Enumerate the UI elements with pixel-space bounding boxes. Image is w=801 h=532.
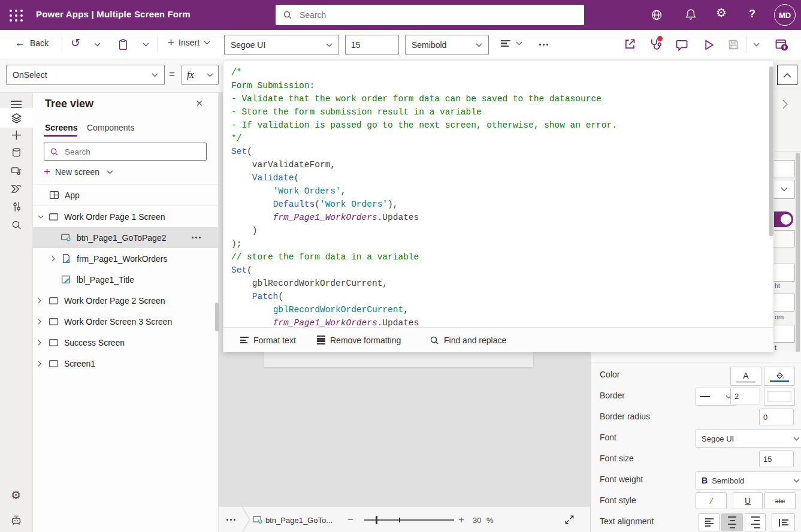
paste-icon[interactable] xyxy=(118,39,128,50)
waffle-menu-icon[interactable] xyxy=(10,10,23,22)
statusbar-more-icon[interactable] xyxy=(226,519,235,521)
insert-button[interactable]: + Insert xyxy=(168,37,210,48)
border-radius-input[interactable] xyxy=(759,409,794,425)
cut-input[interactable] xyxy=(774,264,795,282)
tree-item-screen3[interactable]: Work Order Screen 3 Screen xyxy=(33,311,219,332)
align-right-button[interactable] xyxy=(745,513,766,531)
virtual-agent-icon[interactable] xyxy=(10,514,22,525)
font-size-prop-input[interactable] xyxy=(759,451,794,467)
data-icon[interactable] xyxy=(11,147,22,158)
media-icon[interactable] xyxy=(11,165,22,176)
italic-button[interactable]: / xyxy=(696,492,727,509)
font-family-dropdown[interactable]: Segoe UI xyxy=(224,35,339,55)
close-icon[interactable]: × xyxy=(196,96,203,110)
expand-pane-chevron-icon[interactable] xyxy=(782,99,788,109)
tree-search-input[interactable] xyxy=(64,147,198,157)
environment-icon[interactable] xyxy=(650,8,663,22)
tree-item-form[interactable]: frm_Page1_WorkOrders xyxy=(33,248,219,269)
font-color-button[interactable]: A xyxy=(730,367,761,386)
font-weight-dropdown[interactable]: Semibold xyxy=(405,35,489,55)
cut-toggle-on[interactable] xyxy=(774,211,793,227)
app-checker-icon[interactable] xyxy=(649,38,662,51)
align-left-button[interactable] xyxy=(699,513,720,531)
cut-input[interactable] xyxy=(774,294,795,312)
align-right-icon xyxy=(751,515,760,530)
tree-item-screen2[interactable]: Work Order Page 2 Screen xyxy=(33,290,219,311)
text-alignment-dropdown[interactable] xyxy=(501,38,522,49)
remove-formatting-button[interactable]: Remove formatting xyxy=(317,328,401,352)
cut-input[interactable] xyxy=(774,325,795,343)
new-screen-button[interactable]: + New screen xyxy=(44,167,113,177)
undo-chevron-icon[interactable] xyxy=(94,43,101,47)
share-icon[interactable] xyxy=(623,38,636,51)
global-search-box[interactable] xyxy=(276,5,584,25)
font-size-box[interactable] xyxy=(759,451,794,467)
advanced-tools-icon[interactable] xyxy=(12,201,22,212)
global-search-input[interactable] xyxy=(298,10,564,20)
comments-icon[interactable] xyxy=(675,38,688,52)
tree-item-success-screen[interactable]: Success Screen xyxy=(33,332,219,353)
notifications-bell-icon[interactable] xyxy=(685,8,697,20)
font-size-box[interactable] xyxy=(345,35,399,55)
tree-search-box[interactable] xyxy=(44,143,207,161)
chevron-right-icon[interactable] xyxy=(38,298,41,304)
save-chevron-icon[interactable] xyxy=(753,43,760,47)
code-lines[interactable]: /*Form Submission:- Validate that the wo… xyxy=(223,61,766,327)
font-dropdown[interactable]: Segoe UI xyxy=(696,430,801,448)
cut-dropdown[interactable] xyxy=(774,180,795,199)
settings-icon[interactable]: ⚙ xyxy=(11,488,21,502)
search-rail-icon[interactable] xyxy=(11,220,22,230)
tree-item-button-selected[interactable]: btn_Page1_GoToPage2 xyxy=(33,227,219,248)
property-selector-dropdown[interactable]: OnSelect xyxy=(6,65,165,85)
tree-item-label-control[interactable]: lbl_Page1_Title xyxy=(33,269,219,290)
undo-icon[interactable]: ↺ xyxy=(71,36,80,50)
tab-screens[interactable]: Screens xyxy=(45,123,77,132)
tree-view-icon[interactable] xyxy=(11,113,22,124)
editor-scrollbar[interactable] xyxy=(769,66,773,236)
underline-button[interactable]: U xyxy=(733,492,763,509)
tree-item-app[interactable]: App xyxy=(33,185,219,205)
collapse-formula-bar-button[interactable] xyxy=(777,65,797,85)
power-automate-icon[interactable] xyxy=(11,184,22,194)
align-center-button[interactable] xyxy=(721,513,743,531)
avatar[interactable]: MD xyxy=(774,4,796,26)
chevron-right-icon[interactable] xyxy=(38,340,41,346)
find-replace-button[interactable]: Find and replace xyxy=(430,328,506,352)
app-screen-preview[interactable] xyxy=(264,352,533,367)
cut-label-bottom: om xyxy=(775,313,784,321)
zoom-in-button[interactable]: + xyxy=(458,514,464,526)
align-justify-button[interactable] xyxy=(772,513,795,531)
help-icon[interactable]: ? xyxy=(749,8,755,20)
item-more-icon[interactable] xyxy=(192,237,201,238)
format-text-button[interactable]: Format text xyxy=(240,328,296,352)
border-color-swatch[interactable] xyxy=(764,388,795,406)
preview-play-icon[interactable] xyxy=(702,38,715,52)
tree-item-screen1-default[interactable]: Screen1 xyxy=(33,353,219,374)
chevron-right-icon[interactable] xyxy=(52,256,55,262)
chevron-right-icon[interactable] xyxy=(38,319,41,325)
font-weight-prop-dropdown[interactable]: B Semibold xyxy=(696,471,801,489)
paste-chevron-icon[interactable] xyxy=(143,43,149,47)
selected-control-breadcrumb[interactable]: btn_Page1_GoTo... xyxy=(265,516,333,525)
fullscreen-icon[interactable] xyxy=(564,515,575,525)
insert-rail-icon[interactable] xyxy=(11,130,22,140)
back-button[interactable]: ← Back xyxy=(15,37,49,49)
tab-components[interactable]: Components xyxy=(87,123,134,132)
border-width-input[interactable] xyxy=(730,388,760,404)
zoom-out-button[interactable]: − xyxy=(347,514,353,526)
fx-dropdown[interactable]: fx xyxy=(182,65,219,85)
publish-icon[interactable] xyxy=(774,37,788,52)
border-radius-box[interactable] xyxy=(759,409,794,425)
zoom-slider-handle[interactable] xyxy=(376,516,377,524)
fill-color-button[interactable] xyxy=(764,367,795,386)
font-size-input[interactable] xyxy=(346,40,394,50)
tree-item-screen1[interactable]: Work Order Page 1 Screen xyxy=(33,206,219,227)
chevron-right-icon[interactable] xyxy=(38,361,41,367)
cut-input[interactable] xyxy=(774,160,795,177)
settings-gear-icon[interactable]: ⚙ xyxy=(716,7,727,19)
strikethrough-button[interactable]: abc xyxy=(764,492,796,509)
zoom-slider-track[interactable] xyxy=(364,519,454,521)
more-commands-icon[interactable] xyxy=(539,44,548,46)
chevron-down-icon[interactable] xyxy=(38,215,44,219)
border-width-box[interactable] xyxy=(730,388,760,404)
